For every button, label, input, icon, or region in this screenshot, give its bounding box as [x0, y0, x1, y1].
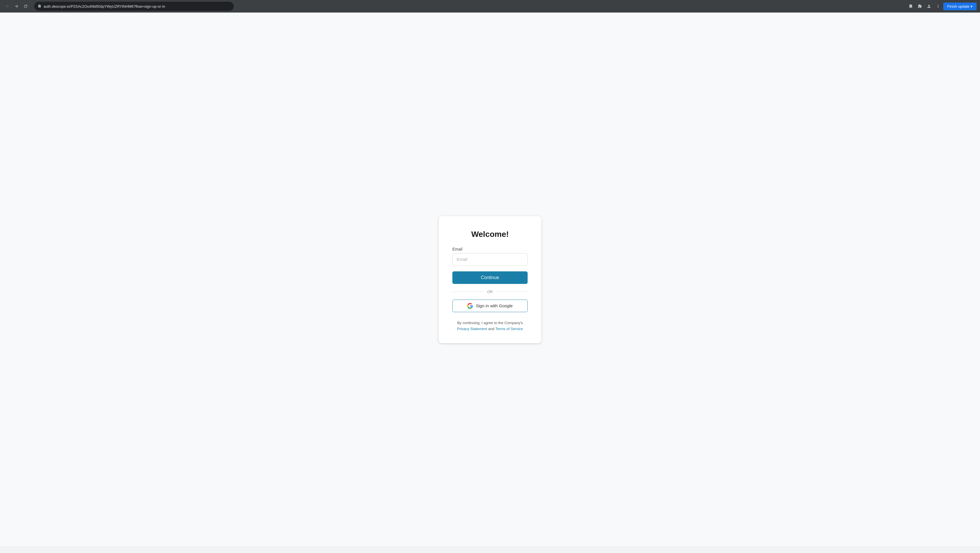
forward-button[interactable]	[13, 2, 21, 10]
browser-chrome: auth.descope.io/P2SAc2Ou4I9d5GlpYWyUZRYt…	[0, 0, 980, 13]
finish-update-label: Finish update	[947, 4, 969, 8]
bottom-bar	[0, 547, 980, 553]
auth-title: Welcome!	[452, 230, 528, 239]
terms-of-service-link[interactable]: Terms of Service	[495, 327, 523, 331]
finish-update-button[interactable]: Finish update ▾	[943, 3, 977, 10]
bookmark-button[interactable]	[907, 2, 915, 10]
auth-card: Welcome! Email Continue OR Sign in with …	[439, 216, 541, 343]
nav-buttons	[3, 2, 30, 10]
extension-button[interactable]	[916, 2, 924, 10]
profile-button[interactable]	[925, 2, 933, 10]
lock-icon	[38, 4, 41, 8]
continue-button[interactable]: Continue	[452, 272, 528, 284]
url-text: auth.descope.io/P2SAc2Ou4I9d5GlpYWyUZRYt…	[44, 4, 230, 8]
email-input[interactable]	[452, 253, 528, 266]
address-bar-container: auth.descope.io/P2SAc2Ou4I9d5GlpYWyUZRYt…	[34, 2, 234, 11]
back-button[interactable]	[3, 2, 11, 10]
privacy-statement-link[interactable]: Privacy Statement	[457, 327, 487, 331]
google-signin-label: Sign in with Google	[476, 303, 512, 308]
toolbar-right: Finish update ▾	[907, 2, 977, 10]
terms-container: By continuing, I agree to the Company's …	[452, 320, 528, 332]
google-icon	[467, 303, 473, 309]
page-content: Welcome! Email Continue OR Sign in with …	[0, 13, 980, 547]
email-label: Email	[452, 247, 528, 251]
or-divider: OR	[452, 289, 528, 294]
finish-update-chevron: ▾	[970, 4, 973, 8]
google-signin-button[interactable]: Sign in with Google	[452, 300, 528, 312]
reload-button[interactable]	[22, 2, 30, 10]
menu-button[interactable]	[934, 2, 942, 10]
terms-prefix: By continuing, I agree to the Company's	[457, 321, 523, 325]
terms-and-text: and	[488, 327, 495, 331]
address-bar[interactable]: auth.descope.io/P2SAc2Ou4I9d5GlpYWyUZRYt…	[34, 2, 234, 11]
or-text: OR	[487, 289, 493, 294]
email-form-group: Email	[452, 247, 528, 266]
